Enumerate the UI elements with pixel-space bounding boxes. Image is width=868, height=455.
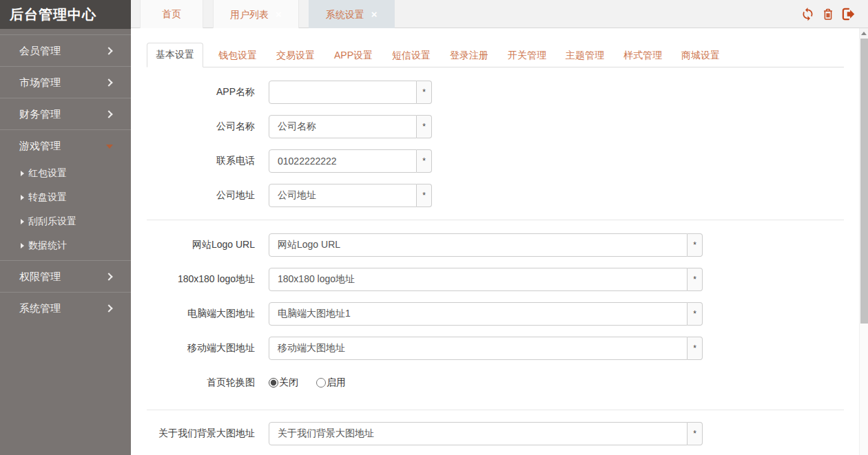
settings-tabs: 基本设置钱包设置交易设置APP设置短信设置登录注册开关管理主题管理样式管理商城设…: [147, 43, 844, 67]
topbar-tab-1[interactable]: 用户列表×: [213, 0, 299, 28]
input-group: *: [269, 149, 432, 173]
sidebar-subitem-label: 刮刮乐设置: [28, 215, 76, 226]
triangle-right-icon: [21, 243, 24, 248]
text-input[interactable]: [269, 302, 688, 326]
text-input[interactable]: [269, 337, 688, 360]
content-tab-7[interactable]: 主题管理: [559, 44, 611, 67]
text-input[interactable]: [269, 115, 417, 138]
radio-option-1[interactable]: 启用: [316, 377, 346, 389]
sidebar-menu: 会员管理市场管理财务管理游戏管理红包设置转盘设置刮刮乐设置数据统计权限管理系统管…: [0, 34, 131, 324]
sidebar-item-4[interactable]: 权限管理: [0, 260, 131, 292]
text-input[interactable]: [269, 233, 688, 257]
form-row: 网站Logo URL*: [147, 233, 844, 257]
topbar-tab-0[interactable]: 首页: [140, 0, 203, 28]
topbar-tabs: 首页用户列表×系统设置×: [131, 0, 868, 28]
input-group: *: [269, 302, 703, 326]
sidebar-item-5[interactable]: 系统管理: [0, 292, 131, 324]
chevron-right-icon: [105, 47, 112, 54]
close-icon[interactable]: ×: [276, 8, 282, 20]
topbar-tab-label: 用户列表: [230, 9, 269, 20]
content-tab-0[interactable]: 基本设置: [147, 43, 203, 67]
form-row: 首页轮换图关闭启用: [147, 371, 844, 394]
sidebar-item-label: 市场管理: [19, 76, 61, 88]
sidebar-subitem-label: 红包设置: [28, 167, 67, 178]
form-row: 180x180 logo地址*: [147, 268, 844, 291]
sidebar-item-label: 会员管理: [19, 45, 61, 56]
content-tab-1[interactable]: 钱包设置: [211, 44, 264, 67]
form-row: 移动端大图地址*: [147, 337, 844, 360]
chevron-right-icon: [105, 273, 112, 280]
sidebar-subitem-label: 数据统计: [28, 240, 67, 251]
required-addon: *: [417, 81, 432, 104]
form-row: 公司名称*: [147, 115, 844, 138]
required-addon: *: [688, 268, 703, 291]
form-row: 联系电话*: [147, 149, 844, 173]
sidebar-item-label: 游戏管理: [19, 140, 61, 151]
content-tab-9[interactable]: 商城设置: [674, 44, 727, 67]
sidebar-item-label: 财务管理: [19, 108, 61, 120]
content-tab-6[interactable]: 开关管理: [501, 44, 553, 67]
triangle-right-icon: [21, 195, 24, 200]
main-content: 基本设置钱包设置交易设置APP设置短信设置登录注册开关管理主题管理样式管理商城设…: [131, 28, 868, 455]
sidebar-item-0[interactable]: 会员管理: [0, 34, 131, 66]
section-divider: [147, 220, 844, 220]
text-input[interactable]: [269, 184, 417, 207]
input-group: *: [269, 81, 432, 104]
field-label: APP名称: [147, 86, 269, 98]
content-tab-4[interactable]: 短信设置: [385, 44, 437, 67]
scroll-up-button[interactable]: [860, 28, 868, 39]
text-input[interactable]: [269, 268, 688, 291]
text-input[interactable]: [269, 81, 417, 104]
radio-input[interactable]: [316, 378, 326, 388]
required-addon: *: [688, 233, 703, 257]
sidebar-item-label: 权限管理: [19, 271, 61, 282]
sidebar-subitem-label: 转盘设置: [28, 191, 67, 202]
form-row: APP名称*: [147, 81, 844, 104]
input-group: *: [269, 422, 703, 445]
required-addon: *: [417, 184, 432, 207]
radio-option-0[interactable]: 关闭: [269, 377, 298, 389]
field-label: 关于我们背景大图地址: [147, 427, 269, 440]
field-label: 公司地址: [147, 189, 269, 202]
logout-icon[interactable]: [841, 7, 856, 21]
refresh-icon[interactable]: [800, 7, 815, 21]
sidebar-item-1[interactable]: 市场管理: [0, 66, 131, 98]
sidebar: 后台管理中心 会员管理市场管理财务管理游戏管理红包设置转盘设置刮刮乐设置数据统计…: [0, 0, 131, 455]
content-tab-5[interactable]: 登录注册: [443, 44, 495, 67]
radio-input[interactable]: [269, 378, 278, 388]
scrollbar-thumb[interactable]: [860, 39, 868, 324]
sidebar-item-3[interactable]: 游戏管理: [0, 129, 131, 161]
text-input[interactable]: [269, 149, 417, 173]
sidebar-subitem-3[interactable]: 数据统计: [0, 233, 131, 257]
content-tab-8[interactable]: 样式管理: [617, 44, 669, 67]
radio-group: 关闭启用: [269, 371, 364, 394]
content-tab-3[interactable]: APP设置: [327, 44, 380, 67]
topbar-tab-2[interactable]: 系统设置×: [309, 0, 395, 28]
triangle-right-icon: [21, 171, 24, 176]
topbar-tab-label: 首页: [162, 8, 181, 19]
close-icon[interactable]: ×: [371, 8, 378, 20]
text-input[interactable]: [269, 422, 688, 445]
triangle-right-icon: [21, 219, 24, 224]
vertical-scrollbar[interactable]: [859, 28, 868, 455]
caret-down-icon: [106, 145, 113, 149]
content-tab-2[interactable]: 交易设置: [269, 44, 322, 67]
topbar-tab-label: 系统设置: [326, 9, 364, 20]
sidebar-item-2[interactable]: 财务管理: [0, 98, 131, 129]
input-group: *: [269, 233, 703, 257]
section-divider: [147, 410, 844, 410]
field-label: 公司名称: [147, 120, 269, 133]
chevron-right-icon: [105, 78, 112, 86]
field-label: 首页轮换图: [147, 377, 269, 389]
sidebar-subitem-0[interactable]: 红包设置: [0, 161, 131, 185]
input-group: *: [269, 115, 432, 138]
app-title: 后台管理中心: [0, 0, 131, 29]
form-row: 电脑端大图地址*: [147, 302, 844, 326]
chevron-right-icon: [105, 110, 112, 118]
trash-icon[interactable]: [821, 8, 835, 21]
required-addon: *: [688, 337, 703, 360]
field-label: 联系电话: [147, 155, 269, 167]
input-group: *: [269, 337, 703, 360]
sidebar-subitem-2[interactable]: 刮刮乐设置: [0, 209, 131, 233]
sidebar-subitem-1[interactable]: 转盘设置: [0, 185, 131, 209]
